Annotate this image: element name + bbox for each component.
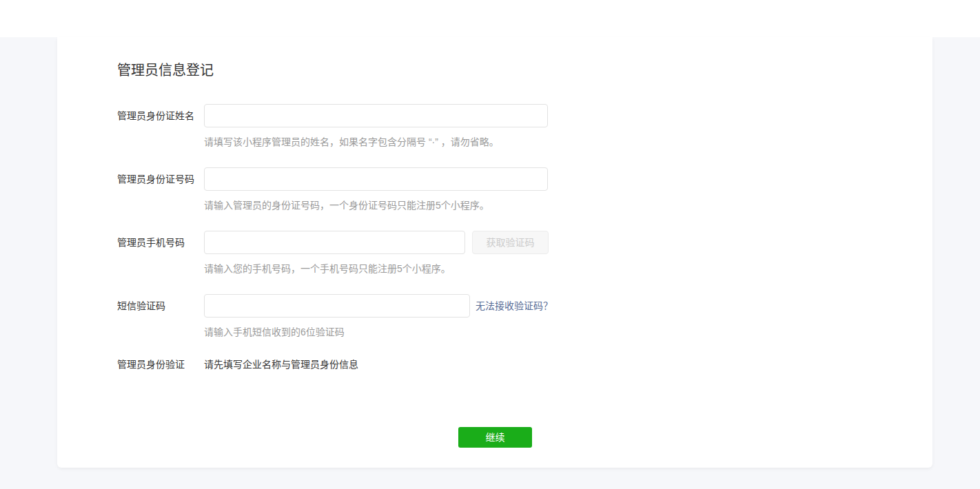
field-label-admin-phone: 管理员手机号码	[117, 231, 185, 254]
admin-id-number-input[interactable]	[204, 167, 548, 191]
admin-registration-card: 管理员信息登记 管理员身份证姓名 请填写该小程序管理员的姓名，如果名字包含分隔号…	[57, 37, 932, 468]
identity-verification-hint: 请先填写企业名称与管理员身份信息	[204, 358, 358, 371]
sms-code-helper: 请输入手机短信收到的6位验证码	[204, 326, 345, 338]
admin-id-number-helper: 请输入管理员的身份证号码，一个身份证号码只能注册5个小程序。	[204, 199, 489, 211]
get-verification-code-button[interactable]: 获取验证码	[472, 231, 549, 254]
field-label-identity-verification: 管理员身份验证	[117, 358, 185, 371]
admin-phone-helper: 请输入您的手机号码，一个手机号码只能注册5个小程序。	[204, 262, 451, 275]
admin-id-name-helper: 请填写该小程序管理员的姓名，如果名字包含分隔号 “·” ，请勿省略。	[204, 136, 499, 148]
continue-button[interactable]: 继续	[458, 427, 532, 448]
field-label-admin-id-name: 管理员身份证姓名	[117, 104, 194, 127]
sms-code-input[interactable]	[204, 294, 470, 318]
field-label-sms-code: 短信验证码	[117, 294, 165, 318]
cannot-receive-code-link[interactable]: 无法接收验证码？	[476, 294, 553, 318]
admin-id-name-input[interactable]	[204, 104, 548, 127]
admin-phone-input[interactable]	[204, 231, 465, 254]
page-title: 管理员信息登记	[117, 62, 214, 79]
top-bar	[0, 0, 980, 37]
field-label-admin-id-number: 管理员身份证号码	[117, 167, 194, 191]
